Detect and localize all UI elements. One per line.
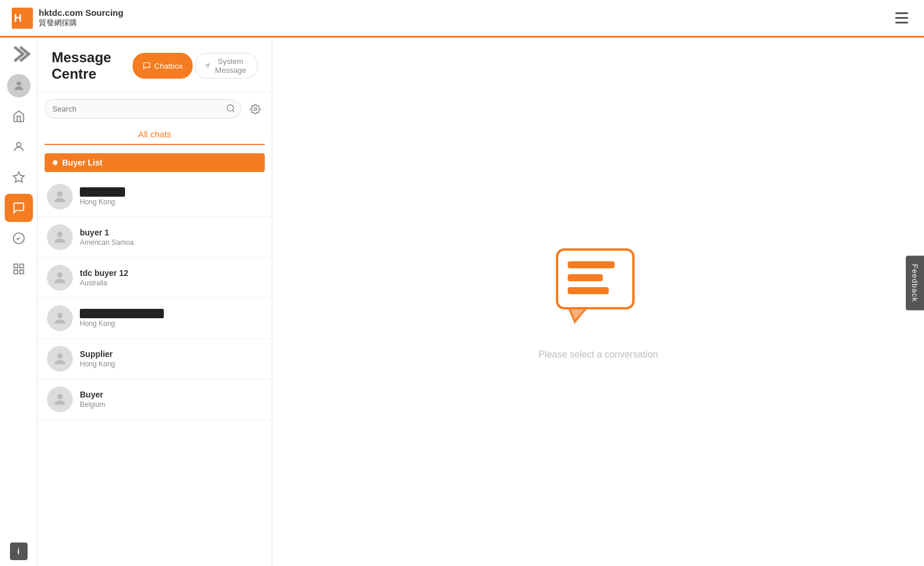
sidebar-item-messages[interactable] bbox=[5, 194, 33, 222]
feedback-tab[interactable]: Feedback bbox=[906, 255, 924, 310]
svg-marker-4 bbox=[13, 172, 23, 182]
sidebar-item-catalog[interactable] bbox=[5, 255, 33, 283]
empty-state: Please select a conversation bbox=[538, 244, 658, 360]
hamburger-line-3 bbox=[895, 22, 908, 23]
feedback-label: Feedback bbox=[910, 264, 919, 302]
tab-system-message[interactable]: System Message bbox=[195, 53, 258, 79]
svg-point-19 bbox=[57, 353, 62, 359]
list-item[interactable]: Buyer Belgium bbox=[38, 379, 272, 420]
contacts-icon bbox=[12, 140, 25, 153]
avatar-icon bbox=[52, 229, 68, 245]
system-message-tab-label: System Message bbox=[213, 57, 248, 75]
search-input-wrap bbox=[45, 99, 241, 119]
hamburger-line-2 bbox=[895, 17, 908, 19]
svg-point-15 bbox=[57, 191, 62, 197]
contact-info: Supplier Hong Kong bbox=[80, 349, 115, 368]
avatar-icon bbox=[52, 269, 68, 286]
contact-name: Buyer bbox=[80, 390, 105, 399]
info-icon: i bbox=[18, 547, 20, 556]
contact-avatar bbox=[47, 265, 73, 291]
top-header: H hktdc.com Sourcing 貿發網採購 bbox=[0, 0, 924, 38]
contact-avatar bbox=[47, 224, 73, 250]
contact-location: Australia bbox=[80, 279, 128, 287]
buyer-list-header: Buyer List bbox=[45, 153, 265, 172]
search-area bbox=[38, 92, 272, 119]
svg-rect-6 bbox=[14, 264, 17, 268]
svg-point-12 bbox=[227, 105, 234, 111]
buyer-list-label: Buyer List bbox=[62, 158, 102, 167]
contact-avatar bbox=[47, 184, 73, 210]
svg-point-14 bbox=[254, 107, 257, 110]
sidebar-nav: i bbox=[0, 38, 38, 566]
avatar-icon bbox=[52, 310, 68, 326]
sidebar-nav-top bbox=[5, 43, 33, 540]
tab-chatbox[interactable]: Chatbox bbox=[133, 53, 193, 79]
contact-name: C■■■■■■■ bbox=[80, 187, 125, 197]
list-item[interactable]: C■■■■■■■ Hong Kong bbox=[38, 177, 272, 217]
brand-name-en: hktdc.com Sourcing bbox=[39, 8, 123, 18]
chat-panel: Message Centre Chatbox System Message bbox=[38, 38, 272, 566]
contact-name: Supplier bbox=[80, 349, 115, 359]
star-icon bbox=[12, 171, 25, 184]
chatbox-tab-icon bbox=[143, 62, 151, 70]
gear-icon bbox=[250, 104, 261, 114]
list-item[interactable]: tdc buyer 12 Australia bbox=[38, 258, 272, 298]
contact-name: tdc buyer 12 bbox=[80, 268, 128, 278]
list-item[interactable]: Supplier Hong Kong bbox=[38, 339, 272, 379]
search-icon bbox=[226, 103, 235, 113]
empty-state-text: Please select a conversation bbox=[538, 349, 658, 360]
avatar-icon bbox=[52, 351, 68, 367]
contact-info: ■■■■■■■■■■■■■■■■ Hong Kong bbox=[80, 309, 164, 328]
search-icon-button[interactable] bbox=[226, 103, 235, 114]
svg-rect-23 bbox=[568, 274, 603, 281]
main-layout: i Message Centre Chatbox System bbox=[0, 38, 924, 566]
contact-avatar bbox=[47, 346, 73, 372]
sidebar-item-profile[interactable] bbox=[5, 72, 33, 100]
contact-location: Hong Kong bbox=[80, 360, 115, 368]
tab-buttons: Chatbox System Message bbox=[133, 53, 258, 79]
svg-point-20 bbox=[57, 394, 62, 399]
all-chats-button[interactable]: All chats bbox=[45, 124, 265, 145]
contact-location: Hong Kong bbox=[80, 319, 164, 328]
user-avatar-icon bbox=[12, 79, 25, 92]
contact-location: Belgium bbox=[80, 400, 105, 409]
svg-rect-22 bbox=[568, 261, 615, 268]
search-input[interactable] bbox=[45, 99, 241, 119]
sidebar-item-home[interactable] bbox=[5, 102, 33, 130]
hamburger-line-1 bbox=[895, 12, 908, 14]
svg-rect-24 bbox=[568, 287, 609, 294]
contact-info: Buyer Belgium bbox=[80, 390, 105, 409]
sidebar-item-contacts[interactable] bbox=[5, 133, 33, 161]
sidebar-item-favorites[interactable] bbox=[5, 163, 33, 191]
svg-point-17 bbox=[57, 272, 62, 278]
sidebar-expand-button[interactable] bbox=[5, 43, 33, 65]
contact-avatar bbox=[47, 305, 73, 331]
catalog-icon bbox=[12, 262, 25, 275]
chat-illustration bbox=[551, 244, 645, 338]
expand-icon bbox=[5, 40, 33, 68]
contact-list: C■■■■■■■ Hong Kong buyer 1 American Samo… bbox=[38, 177, 272, 566]
home-icon bbox=[12, 110, 25, 123]
sidebar-item-orders[interactable] bbox=[5, 224, 33, 252]
all-chats-tab: All chats bbox=[38, 119, 272, 149]
avatar-icon bbox=[52, 188, 68, 205]
svg-point-16 bbox=[57, 232, 62, 237]
chat-icon bbox=[12, 201, 25, 214]
svg-rect-9 bbox=[19, 270, 23, 274]
hamburger-menu-button[interactable] bbox=[891, 8, 912, 29]
contact-location: Hong Kong bbox=[80, 198, 125, 206]
buyer-list-dot bbox=[53, 160, 58, 165]
list-item[interactable]: buyer 1 American Samoa bbox=[38, 217, 272, 258]
orders-icon bbox=[12, 232, 25, 245]
contact-name: buyer 1 bbox=[80, 228, 134, 237]
page-title: Message Centre bbox=[52, 49, 123, 82]
settings-icon-button[interactable] bbox=[246, 100, 265, 119]
contact-location: American Samoa bbox=[80, 238, 134, 247]
main-content: Please select a conversation bbox=[272, 38, 924, 566]
svg-point-18 bbox=[57, 313, 62, 318]
list-item[interactable]: ■■■■■■■■■■■■■■■■ Hong Kong bbox=[38, 298, 272, 339]
system-message-tab-icon bbox=[205, 62, 210, 70]
avatar-icon bbox=[52, 391, 68, 407]
svg-text:H: H bbox=[14, 12, 22, 24]
info-button[interactable]: i bbox=[10, 543, 28, 560]
